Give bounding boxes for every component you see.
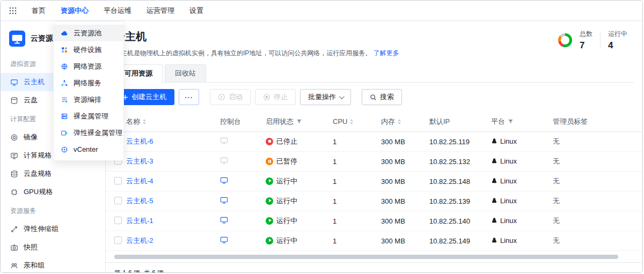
filter-icon[interactable] bbox=[508, 119, 514, 124]
cpu-value: 1 bbox=[333, 217, 381, 225]
console-icon[interactable] bbox=[220, 216, 228, 224]
search-button[interactable]: 搜索 bbox=[362, 89, 402, 105]
host-name-link[interactable]: 云主机-4 bbox=[126, 177, 153, 185]
sort-icon[interactable] bbox=[350, 119, 353, 124]
row-checkbox[interactable] bbox=[114, 217, 122, 224]
image-icon bbox=[10, 134, 18, 142]
table-row: 云主机-5 运行中 1 300 MB 10.82.25.139 Linux 无 bbox=[106, 191, 642, 211]
menu-item-vcenter[interactable]: vCenter bbox=[54, 141, 123, 158]
start-button[interactable]: 启动 bbox=[210, 89, 251, 105]
sidebar-item-autoscaling-group[interactable]: 弹性伸缩组 bbox=[1, 220, 105, 238]
status-badge: 运行中 bbox=[266, 216, 297, 226]
console-icon[interactable] bbox=[220, 176, 228, 184]
admin-tag-value: 无 bbox=[553, 176, 642, 186]
stop-circle-icon bbox=[263, 93, 270, 101]
stopped-status-icon bbox=[266, 138, 273, 145]
status-badge: 运行中 bbox=[266, 176, 297, 186]
platform-value: Linux bbox=[491, 177, 517, 185]
menu-item-hardware-facilities[interactable]: 硬件设施 bbox=[54, 41, 123, 58]
sidebar-item-label: 快照 bbox=[24, 242, 38, 252]
sidebar-item-affinity-group[interactable]: 亲和组 bbox=[1, 256, 105, 272]
nav-item-platform-ops[interactable]: 平台运维 bbox=[104, 6, 131, 16]
host-name-link[interactable]: 云主机-2 bbox=[126, 236, 153, 245]
learn-more-link[interactable]: 了解更多 bbox=[374, 49, 399, 57]
cloud-disk-icon bbox=[10, 97, 18, 105]
sort-icon[interactable] bbox=[143, 119, 146, 124]
compute-spec-icon bbox=[10, 152, 18, 160]
search-icon bbox=[370, 94, 377, 101]
menu-item-network-resources[interactable]: 网络资源 bbox=[54, 58, 123, 75]
platform-value: Linux bbox=[491, 197, 517, 205]
sidebar-item-gpu-spec[interactable]: GPU规格 bbox=[1, 183, 105, 201]
menu-item-cloud-resource-pool[interactable]: 云资源池 bbox=[54, 25, 123, 41]
stop-button[interactable]: 停止 bbox=[255, 89, 296, 105]
host-name-link[interactable]: 云主机-1 bbox=[126, 217, 153, 225]
ip-value: 10.82.25.132 bbox=[429, 158, 491, 166]
cpu-value: 1 bbox=[333, 197, 381, 205]
row-checkbox[interactable] bbox=[114, 177, 122, 184]
stat-total-value: 7 bbox=[580, 40, 592, 51]
column-platform: 平台 bbox=[491, 117, 505, 127]
cpu-value: 1 bbox=[333, 237, 381, 245]
linux-icon bbox=[491, 217, 497, 224]
linux-icon bbox=[491, 197, 497, 204]
row-checkbox[interactable] bbox=[114, 197, 122, 204]
gpu-spec-icon bbox=[10, 188, 18, 196]
sidebar-item-label: 云盘 bbox=[24, 95, 38, 105]
nav-item-operation-mgmt[interactable]: 运营管理 bbox=[147, 6, 174, 16]
host-name-link[interactable]: 云主机-5 bbox=[126, 197, 153, 205]
pagination-summary: 第 1-6 项, 共 6 项 bbox=[106, 262, 642, 273]
sidebar-item-label: GPU规格 bbox=[24, 187, 53, 197]
running-status-icon bbox=[266, 177, 273, 185]
chevron-down-icon bbox=[339, 94, 345, 99]
horizontal-scrollbar[interactable] bbox=[114, 255, 618, 259]
table-body: 云主机-6 已停止 1 300 MB 10.82.25.119 Linux 无 … bbox=[106, 132, 642, 251]
stat-running-label: 运行中 bbox=[608, 29, 627, 39]
affinity-group-icon bbox=[10, 262, 18, 270]
page-description: 云主机是物理机上的虚拟机实例，具有独立的IP地址，可以访问公共网络，运行应用服务… bbox=[114, 49, 634, 58]
orchestration-icon bbox=[61, 96, 68, 103]
row-checkbox[interactable] bbox=[114, 236, 122, 244]
menu-item-network-services[interactable]: 网络服务 bbox=[54, 75, 123, 91]
tab-recycle-bin[interactable]: 回收站 bbox=[165, 64, 206, 82]
cpu-value: 1 bbox=[333, 177, 381, 186]
nav-item-resource-center[interactable]: 资源中心 bbox=[61, 6, 89, 16]
batch-operations-button[interactable]: 批量操作 bbox=[300, 89, 351, 105]
stat-divider bbox=[600, 32, 601, 48]
host-name-link[interactable]: 云主机-6 bbox=[126, 137, 153, 145]
vcenter-icon bbox=[61, 146, 68, 153]
sidebar-item-snapshot[interactable]: 快照 bbox=[1, 238, 105, 256]
running-status-icon bbox=[266, 197, 273, 205]
sidebar-item-disk-spec[interactable]: 云盘规格 bbox=[1, 165, 105, 183]
admin-tag-value: 无 bbox=[553, 137, 642, 146]
linux-icon bbox=[491, 177, 497, 184]
menu-item-bare-metal-management[interactable]: 裸金属管理 bbox=[54, 108, 123, 124]
console-icon[interactable] bbox=[220, 236, 228, 244]
filter-icon[interactable] bbox=[296, 119, 302, 124]
column-cpu: CPU bbox=[333, 117, 347, 125]
linux-icon bbox=[491, 237, 497, 243]
sort-icon[interactable] bbox=[398, 119, 401, 124]
console-icon[interactable] bbox=[220, 137, 228, 145]
page-title: 云主机 bbox=[114, 29, 634, 44]
ip-value: 10.82.25.148 bbox=[429, 177, 491, 186]
console-icon[interactable] bbox=[220, 157, 228, 165]
menu-item-elastic-bare-metal[interactable]: 弹性裸金属管理 bbox=[54, 124, 123, 141]
host-name-link[interactable]: 云主机-3 bbox=[126, 157, 153, 165]
sidebar-item-label: 云主机 bbox=[24, 77, 45, 87]
table-row: 云主机-3 已暂停 1 300 MB 10.82.25.132 Linux 无 bbox=[106, 152, 642, 172]
hardware-icon bbox=[61, 46, 68, 54]
more-actions-button[interactable]: ··· bbox=[179, 89, 199, 105]
nav-item-home[interactable]: 首页 bbox=[32, 6, 46, 16]
sidebar-item-label: 镜像 bbox=[24, 132, 38, 142]
apps-grid-icon[interactable] bbox=[9, 7, 17, 14]
main-content: 云主机 云主机是物理机上的虚拟机实例，具有独立的IP地址，可以访问公共网络，运行… bbox=[106, 21, 642, 272]
table-header-row: 名称 控制台 启用状态 CPU 内存 默认IP 平台 管理员标签 bbox=[106, 112, 642, 132]
menu-item-resource-orchestration[interactable]: 资源编排 bbox=[54, 91, 123, 108]
elastic-bare-metal-icon bbox=[61, 129, 68, 137]
console-icon[interactable] bbox=[220, 196, 228, 204]
admin-tag-value: 无 bbox=[553, 216, 642, 226]
column-name: 名称 bbox=[126, 117, 140, 127]
nav-item-settings[interactable]: 设置 bbox=[189, 6, 203, 16]
network-resource-icon bbox=[61, 63, 68, 70]
